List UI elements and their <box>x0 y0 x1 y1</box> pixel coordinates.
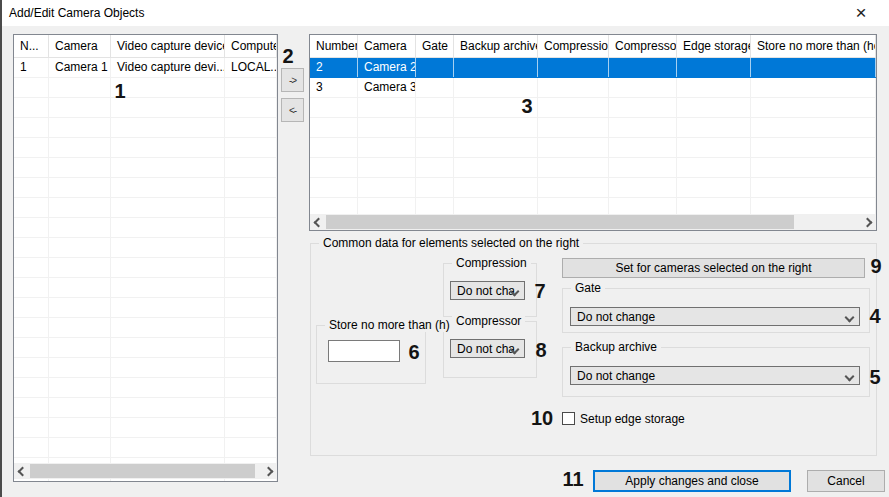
table-cell <box>416 118 454 137</box>
table-cell <box>14 258 49 277</box>
table-cell <box>225 158 277 177</box>
table-row[interactable] <box>14 398 277 418</box>
table-cell <box>751 178 876 197</box>
column-header[interactable]: Computer <box>225 35 277 57</box>
column-header[interactable]: Camera <box>358 35 416 57</box>
table-row[interactable] <box>14 178 277 198</box>
table-row[interactable]: 3Camera 3 <box>310 78 876 98</box>
table-cell <box>111 278 225 297</box>
window-title: Add/Edit Camera Objects <box>9 6 144 20</box>
compressor-label: Compressor <box>452 314 525 328</box>
table-row[interactable] <box>14 78 277 98</box>
table-cell <box>111 198 225 217</box>
column-header[interactable]: Camera <box>49 35 111 57</box>
table-cell <box>111 238 225 257</box>
table-cell: 3 <box>310 78 358 97</box>
table-cell <box>538 158 609 177</box>
apply-changes-button[interactable]: Apply changes and close <box>593 470 791 492</box>
compression-value: Do not cha <box>457 284 515 298</box>
table-row[interactable] <box>310 98 876 118</box>
move-left-button[interactable]: <- <box>281 98 304 122</box>
compressor-value: Do not cha <box>457 342 515 356</box>
column-header[interactable]: Backup archive <box>454 35 538 57</box>
table-row[interactable] <box>14 298 277 318</box>
table-cell <box>358 98 416 117</box>
source-table-hscrollbar[interactable] <box>14 463 277 479</box>
table-row[interactable] <box>14 158 277 178</box>
table-cell <box>111 418 225 437</box>
table-row[interactable] <box>14 218 277 238</box>
table-row[interactable] <box>14 98 277 118</box>
table-row[interactable] <box>14 378 277 398</box>
table-cell <box>225 438 277 457</box>
gate-dropdown[interactable]: Do not change <box>570 307 860 326</box>
selected-table-hscrollbar[interactable] <box>310 214 876 230</box>
backup-archive-dropdown[interactable]: Do not change <box>570 366 860 385</box>
column-header[interactable]: Edge storage <box>677 35 751 57</box>
column-header[interactable]: Store no more than (hours <box>751 35 876 57</box>
table-row[interactable] <box>310 178 876 198</box>
scroll-right-icon[interactable] <box>861 214 876 230</box>
column-header[interactable]: Video capture device <box>111 35 225 57</box>
table-cell <box>111 138 225 157</box>
store-hours-label: Store no more than (h) <box>325 318 454 332</box>
column-header[interactable]: Compressor <box>609 35 677 57</box>
scroll-thumb[interactable] <box>30 464 255 478</box>
table-cell <box>225 98 277 117</box>
table-cell <box>49 118 111 137</box>
table-row[interactable]: 2Camera 2 <box>310 58 876 78</box>
table-cell <box>49 238 111 257</box>
common-data-title: Common data for elements selected on the… <box>319 236 583 250</box>
close-icon[interactable]: × <box>838 0 884 25</box>
table-cell <box>416 138 454 157</box>
table-cell <box>538 58 609 77</box>
table-cell <box>49 278 111 297</box>
table-row[interactable] <box>14 418 277 438</box>
table-cell <box>416 158 454 177</box>
scroll-left-icon[interactable] <box>14 463 29 479</box>
column-header[interactable]: N... <box>14 35 49 57</box>
table-row[interactable] <box>310 118 876 138</box>
table-row[interactable]: 1Camera 1Video capture devi...LOCAL... <box>14 58 277 78</box>
set-for-cameras-button[interactable]: Set for cameras selected on the right <box>562 258 865 278</box>
scroll-left-icon[interactable] <box>310 214 325 230</box>
table-cell <box>310 178 358 197</box>
column-header[interactable]: Number <box>310 35 358 57</box>
move-right-button[interactable]: -> <box>281 68 304 92</box>
table-cell <box>225 338 277 357</box>
table-row[interactable] <box>14 278 277 298</box>
table-cell <box>14 338 49 357</box>
table-row[interactable] <box>14 358 277 378</box>
table-cell <box>358 118 416 137</box>
table-row[interactable] <box>310 138 876 158</box>
table-cell <box>49 78 111 97</box>
column-header[interactable]: Compression <box>538 35 609 57</box>
table-row[interactable] <box>14 198 277 218</box>
annotation-2: 2 <box>282 45 293 68</box>
setup-edge-storage-checkbox[interactable] <box>562 412 575 425</box>
scroll-right-icon[interactable] <box>262 463 277 479</box>
table-cell <box>225 238 277 257</box>
table-row[interactable] <box>14 338 277 358</box>
compressor-dropdown[interactable]: Do not cha <box>450 339 525 358</box>
table-cell <box>751 98 876 117</box>
table-row[interactable] <box>14 438 277 458</box>
scroll-thumb[interactable] <box>326 215 794 229</box>
compression-dropdown[interactable]: Do not cha <box>450 281 525 300</box>
table-row[interactable] <box>14 318 277 338</box>
column-header[interactable]: Gate <box>416 35 454 57</box>
cancel-button[interactable]: Cancel <box>807 470 885 492</box>
annotation-3: 3 <box>521 95 532 118</box>
table-cell <box>538 178 609 197</box>
table-row[interactable] <box>14 258 277 278</box>
table-row[interactable] <box>14 138 277 158</box>
table-cell <box>14 318 49 337</box>
table-cell <box>49 258 111 277</box>
table-cell <box>111 78 225 97</box>
table-row[interactable] <box>14 238 277 258</box>
table-cell <box>111 118 225 137</box>
table-cell <box>14 358 49 377</box>
table-row[interactable] <box>14 118 277 138</box>
store-hours-input[interactable] <box>328 340 400 362</box>
table-row[interactable] <box>310 158 876 178</box>
